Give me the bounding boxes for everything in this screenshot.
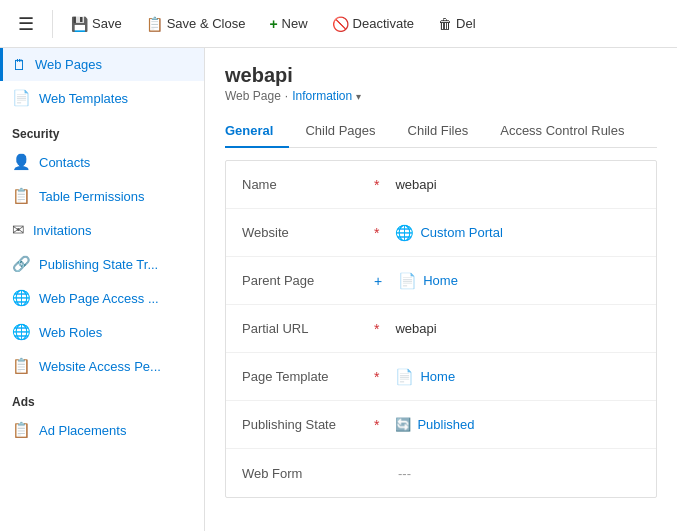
publishing-state-value[interactable]: 🔄 Published (387, 407, 656, 442)
parent-page-label: Parent Page (226, 263, 366, 298)
sidebar-item-web-templates[interactable]: 📄 Web Templates (0, 81, 204, 115)
breadcrumb-type: Web Page (225, 89, 281, 103)
website-value[interactable]: 🌐 Custom Portal (387, 214, 656, 252)
save-icon: 💾 (71, 16, 88, 32)
publishing-state-label: Publishing State (226, 407, 366, 442)
form-row-website: Website * 🌐 Custom Portal (226, 209, 656, 257)
form-row-name: Name * webapi (226, 161, 656, 209)
sidebar-item-label: Web Page Access ... (39, 291, 159, 306)
toolbar: ☰ 💾 Save 📋 Save & Close + New 🚫 Deactiva… (0, 0, 677, 48)
sidebar-item-label: Ad Placements (39, 423, 126, 438)
breadcrumb-separator: · (285, 89, 288, 103)
save-label: Save (92, 16, 122, 31)
partial-url-required-indicator: * (374, 321, 379, 337)
name-required-indicator: * (374, 177, 379, 193)
web-form-value: --- (390, 456, 656, 491)
published-icon: 🔄 (395, 417, 411, 432)
deactivate-button[interactable]: 🚫 Deactivate (322, 10, 424, 38)
form-row-publishing-state: Publishing State * 🔄 Published (226, 401, 656, 449)
sidebar-item-label: Table Permissions (39, 189, 145, 204)
breadcrumb-section[interactable]: Information (292, 89, 352, 103)
website-label: Website (226, 215, 366, 250)
web-pages-icon: 🗒 (12, 56, 27, 73)
sidebar-item-website-access[interactable]: 📋 Website Access Pe... (0, 349, 204, 383)
form-row-page-template: Page Template * 📄 Home (226, 353, 656, 401)
tabs: General Child Pages Child Files Access C… (225, 115, 657, 148)
main-layout: 🗒 Web Pages 📄 Web Templates Security 👤 C… (0, 48, 677, 531)
sidebar-item-label: Invitations (33, 223, 92, 238)
tab-access-control-rules[interactable]: Access Control Rules (484, 115, 640, 148)
web-roles-icon: 🌐 (12, 323, 31, 341)
form-row-parent-page: Parent Page + 📄 Home (226, 257, 656, 305)
sidebar-item-ad-placements[interactable]: 📋 Ad Placements (0, 413, 204, 447)
deactivate-label: Deactivate (353, 16, 414, 31)
web-form-label: Web Form (226, 456, 366, 491)
delete-button[interactable]: 🗑 Del (428, 10, 486, 38)
ad-placements-icon: 📋 (12, 421, 31, 439)
tab-child-files[interactable]: Child Files (392, 115, 485, 148)
parent-page-value[interactable]: 📄 Home (390, 262, 656, 300)
chevron-down-icon: ▾ (356, 91, 361, 102)
sidebar-item-publishing-state[interactable]: 🔗 Publishing State Tr... (0, 247, 204, 281)
publishing-state-icon: 🔗 (12, 255, 31, 273)
publishing-state-required-indicator: * (374, 417, 379, 433)
sidebar-item-web-pages[interactable]: 🗒 Web Pages (0, 48, 204, 81)
save-close-label: Save & Close (167, 16, 246, 31)
contacts-icon: 👤 (12, 153, 31, 171)
content-header: webapi Web Page · Information ▾ (205, 48, 677, 103)
page-template-label: Page Template (226, 359, 366, 394)
sidebar: 🗒 Web Pages 📄 Web Templates Security 👤 C… (0, 48, 205, 531)
sidebar-item-label: Web Roles (39, 325, 102, 340)
website-value-text: Custom Portal (420, 225, 502, 240)
publishing-state-value-text: Published (417, 417, 474, 432)
sidebar-item-web-page-access[interactable]: 🌐 Web Page Access ... (0, 281, 204, 315)
invitations-icon: ✉ (12, 221, 25, 239)
record-title: webapi (225, 64, 657, 87)
new-button[interactable]: + New (259, 10, 317, 38)
sidebar-item-contacts[interactable]: 👤 Contacts (0, 145, 204, 179)
website-required-indicator: * (374, 225, 379, 241)
hamburger-menu-button[interactable]: ☰ (8, 7, 44, 41)
page-template-value-text: Home (420, 369, 455, 384)
delete-label: Del (456, 16, 476, 31)
form-row-web-form: Web Form --- (226, 449, 656, 497)
sidebar-item-label: Publishing State Tr... (39, 257, 158, 272)
page-template-icon: 📄 (395, 368, 414, 386)
website-globe-icon: 🌐 (395, 224, 414, 242)
partial-url-value: webapi (387, 311, 656, 346)
save-button[interactable]: 💾 Save (61, 10, 132, 38)
tab-child-pages[interactable]: Child Pages (289, 115, 391, 148)
form-container: Name * webapi Website * 🌐 Custom Portal … (225, 160, 657, 498)
partial-url-label: Partial URL (226, 311, 366, 346)
sidebar-item-table-permissions[interactable]: 📋 Table Permissions (0, 179, 204, 213)
ads-section-title: Ads (0, 383, 204, 413)
page-template-value[interactable]: 📄 Home (387, 358, 656, 396)
sidebar-item-label: Web Templates (39, 91, 128, 106)
sidebar-item-label: Website Access Pe... (39, 359, 161, 374)
security-section-title: Security (0, 115, 204, 145)
record-subtitle: Web Page · Information ▾ (225, 89, 657, 103)
table-permissions-icon: 📋 (12, 187, 31, 205)
parent-page-icon: 📄 (398, 272, 417, 290)
page-template-required-indicator: * (374, 369, 379, 385)
toolbar-divider-1 (52, 10, 53, 38)
website-access-icon: 📋 (12, 357, 31, 375)
delete-icon: 🗑 (438, 16, 452, 32)
sidebar-item-label: Contacts (39, 155, 90, 170)
parent-page-required-indicator: + (374, 273, 382, 289)
form-row-partial-url: Partial URL * webapi (226, 305, 656, 353)
save-close-button[interactable]: 📋 Save & Close (136, 10, 256, 38)
parent-page-value-text: Home (423, 273, 458, 288)
save-close-icon: 📋 (146, 16, 163, 32)
name-value: webapi (387, 167, 656, 202)
content-area: webapi Web Page · Information ▾ General … (205, 48, 677, 531)
new-icon: + (269, 16, 277, 32)
tab-general[interactable]: General (225, 115, 289, 148)
web-page-access-icon: 🌐 (12, 289, 31, 307)
sidebar-item-web-roles[interactable]: 🌐 Web Roles (0, 315, 204, 349)
new-label: New (282, 16, 308, 31)
deactivate-icon: 🚫 (332, 16, 349, 32)
sidebar-item-label: Web Pages (35, 57, 102, 72)
name-label: Name (226, 167, 366, 202)
sidebar-item-invitations[interactable]: ✉ Invitations (0, 213, 204, 247)
